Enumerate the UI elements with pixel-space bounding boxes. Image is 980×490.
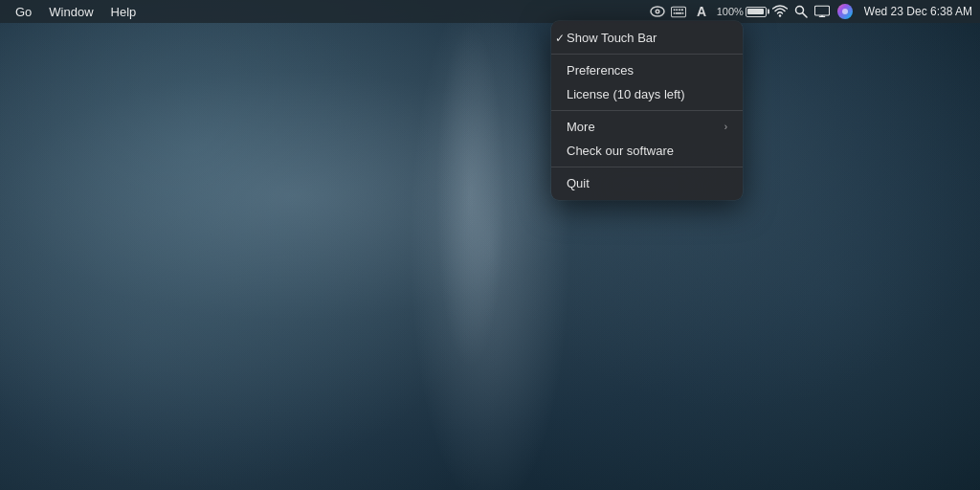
svg-rect-4: [673, 9, 675, 11]
context-menu: ✓ Show Touch Bar Preferences License (10…: [551, 21, 743, 200]
separator-3: [551, 167, 743, 167]
svg-rect-9: [676, 11, 681, 13]
svg-rect-3: [671, 7, 685, 17]
preferences-label: Preferences: [567, 63, 634, 78]
search-tray-icon[interactable]: [793, 4, 809, 19]
background-texture: [0, 0, 980, 490]
battery-fill: [747, 9, 764, 14]
check-icon: ✓: [555, 32, 565, 45]
separator-1: [551, 54, 743, 55]
menu-item-more[interactable]: More ›: [551, 115, 743, 139]
svg-rect-5: [676, 9, 678, 11]
license-label: License (10 days left): [567, 87, 685, 101]
svg-point-17: [842, 9, 848, 14]
menu-item-quit[interactable]: Quit: [551, 171, 743, 195]
battery-bar: [746, 7, 767, 17]
svg-rect-13: [814, 6, 829, 15]
quit-label: Quit: [567, 176, 590, 190]
font-tray-icon[interactable]: A: [692, 4, 711, 19]
menu-help[interactable]: Help: [103, 1, 145, 22]
display-tray-icon[interactable]: [814, 4, 830, 19]
svg-rect-8: [673, 11, 675, 13]
menubar-right: A 100%: [650, 2, 972, 21]
menu-item-check-software[interactable]: Check our software: [551, 139, 743, 163]
wifi-tray-icon[interactable]: [772, 4, 788, 19]
menubar-datetime[interactable]: Wed 23 Dec 6:38 AM: [864, 5, 972, 18]
menu-item-preferences[interactable]: Preferences: [551, 58, 743, 82]
menubar-left: Go Window Help: [8, 1, 144, 22]
separator-2: [551, 110, 743, 111]
check-software-label: Check our software: [567, 144, 674, 158]
menu-item-show-touch-bar[interactable]: ✓ Show Touch Bar: [551, 26, 743, 50]
battery-indicator[interactable]: 100%: [717, 6, 767, 17]
siri-tray-icon[interactable]: [835, 2, 855, 21]
eye-tray-icon[interactable]: [650, 4, 665, 19]
menu-go[interactable]: Go: [8, 1, 39, 22]
keyboard-tray-icon[interactable]: [671, 4, 686, 19]
svg-rect-10: [681, 11, 683, 13]
svg-rect-6: [679, 9, 680, 11]
svg-point-2: [657, 11, 658, 12]
font-icon-label: A: [697, 4, 705, 19]
menu-item-license[interactable]: License (10 days left): [551, 82, 743, 106]
svg-rect-7: [680, 9, 682, 11]
menubar: Go Window Help: [0, 0, 980, 23]
show-touch-bar-label: Show Touch Bar: [567, 31, 657, 45]
menu-window[interactable]: Window: [41, 1, 100, 22]
submenu-chevron-icon: ›: [724, 122, 727, 132]
more-label: More: [567, 120, 595, 134]
battery-percent: 100%: [717, 6, 744, 17]
svg-line-12: [802, 13, 807, 18]
